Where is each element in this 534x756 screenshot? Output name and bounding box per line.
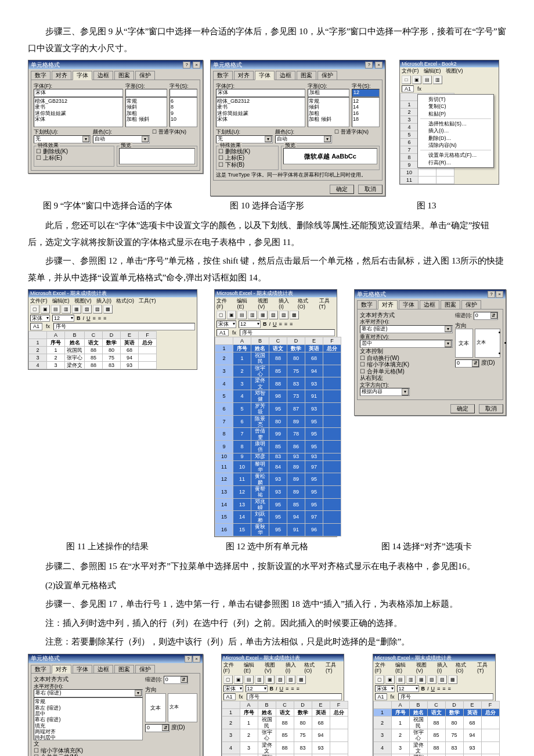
corner[interactable] bbox=[215, 337, 233, 345]
row-head[interactable]: 12 bbox=[215, 473, 233, 486]
bold-button[interactable]: B bbox=[263, 321, 267, 327]
menu-item[interactable]: 编辑(E) bbox=[244, 662, 260, 674]
col-head[interactable]: C bbox=[85, 331, 103, 339]
cell[interactable] bbox=[139, 354, 157, 361]
cell[interactable]: 11 bbox=[233, 473, 251, 486]
cell[interactable]: 数学 bbox=[294, 709, 312, 717]
cell[interactable]: 94 bbox=[305, 365, 323, 377]
list-item[interactable]: 隶书 bbox=[217, 104, 304, 110]
cancel-button[interactable]: 取消 bbox=[479, 404, 503, 413]
tab-边框[interactable]: 边框 bbox=[420, 300, 439, 309]
cell[interactable]: 75 bbox=[294, 729, 312, 742]
row-head[interactable]: 2 bbox=[373, 717, 391, 729]
cell[interactable] bbox=[323, 453, 341, 460]
cell[interactable] bbox=[139, 361, 157, 369]
cell[interactable]: 88 bbox=[85, 361, 103, 369]
cell[interactable]: 96 bbox=[305, 524, 323, 537]
cell[interactable] bbox=[323, 352, 341, 365]
row-head[interactable]: 3 bbox=[222, 729, 240, 742]
italic-button[interactable]: I bbox=[276, 686, 277, 692]
toolbar-icon[interactable]: ▨ bbox=[438, 675, 447, 684]
col-head[interactable]: D bbox=[294, 701, 312, 709]
cell[interactable]: 数学 bbox=[287, 345, 305, 352]
cell[interactable]: 87 bbox=[287, 402, 305, 415]
cell[interactable]: 95 bbox=[305, 498, 323, 511]
menu-item[interactable]: 工具(T) bbox=[139, 298, 156, 304]
corner[interactable] bbox=[373, 701, 391, 709]
menu-item[interactable]: 工具(T) bbox=[319, 298, 335, 310]
cell[interactable]: 康明倍 bbox=[251, 440, 269, 453]
list-item[interactable]: 靠左 (缩进) bbox=[35, 705, 142, 711]
cell[interactable] bbox=[330, 717, 348, 729]
col-head[interactable]: A bbox=[233, 337, 251, 345]
row-head[interactable]: 1 bbox=[373, 709, 391, 717]
tab-图案[interactable]: 图案 bbox=[114, 665, 134, 674]
bold-button[interactable]: B bbox=[77, 315, 81, 321]
col-head[interactable]: A bbox=[391, 701, 409, 709]
row-head[interactable]: 2 bbox=[29, 346, 47, 354]
cell[interactable]: 3 bbox=[391, 741, 409, 754]
cell[interactable]: 93 bbox=[463, 741, 481, 754]
row-head[interactable]: 16 bbox=[215, 524, 233, 537]
cell[interactable]: 语文 bbox=[276, 709, 294, 717]
tab-图案[interactable]: 图案 bbox=[297, 71, 316, 80]
ctx-item[interactable]: 设置单元格格式(F)… bbox=[418, 152, 493, 159]
list-item[interactable]: 加粗 bbox=[127, 110, 166, 116]
cell[interactable]: 英语 bbox=[463, 709, 481, 717]
strike-check[interactable]: 删除线(K) bbox=[36, 148, 112, 155]
cell[interactable]: 98 bbox=[269, 390, 287, 403]
cell[interactable]: 95 bbox=[305, 440, 323, 453]
menu-item[interactable]: 编辑(E) bbox=[424, 68, 441, 74]
cell[interactable]: 3 bbox=[47, 361, 65, 369]
sheet[interactable]: ABCDEF1序号姓名语文数学英语总分21祝国民88806832张宇心85759… bbox=[222, 701, 348, 756]
ctx-item[interactable]: 复制(C) bbox=[418, 103, 493, 110]
tab-对齐[interactable]: 对齐 bbox=[52, 665, 71, 674]
cell[interactable]: 梁佟文 bbox=[251, 377, 269, 390]
bold-button[interactable]: B bbox=[421, 686, 425, 692]
cell[interactable]: 93 bbox=[305, 377, 323, 390]
underline-button[interactable]: U bbox=[86, 315, 91, 321]
toolbar-icon[interactable]: ▦ bbox=[258, 311, 268, 319]
fontsize-dd[interactable]: 12 bbox=[246, 685, 268, 692]
super-check[interactable]: 上标(E) bbox=[218, 154, 276, 161]
close-icon[interactable]: × bbox=[496, 291, 503, 298]
toolbar-icon[interactable]: ▧ bbox=[82, 305, 92, 314]
cell[interactable]: 85 bbox=[269, 365, 287, 377]
cell[interactable] bbox=[323, 402, 341, 415]
cell[interactable]: 2 bbox=[240, 729, 258, 742]
list-item[interactable]: 10 bbox=[171, 116, 196, 122]
cell[interactable]: 68 bbox=[305, 352, 323, 365]
cell[interactable]: 12 bbox=[233, 485, 251, 498]
style-input[interactable]: 加粗 bbox=[308, 89, 349, 97]
row-head[interactable]: 1 bbox=[29, 339, 47, 346]
halign-options[interactable]: 常规靠左 (缩进)居中靠右 (缩进)填充两端对齐跨列居中 bbox=[34, 697, 143, 740]
ctx-item[interactable]: 插入(I)… bbox=[418, 127, 493, 134]
menu-item[interactable]: 视图(V) bbox=[416, 662, 432, 674]
cell[interactable]: 80 bbox=[103, 346, 121, 354]
list-item[interactable]: 加粗 倾斜 bbox=[127, 116, 166, 122]
cell[interactable]: 数学 bbox=[445, 709, 463, 717]
fontsize-dd[interactable]: 12 bbox=[239, 321, 261, 327]
tab-数字[interactable]: 数字 bbox=[357, 300, 377, 309]
merge-check[interactable]: 合并单元格(M) bbox=[360, 368, 453, 375]
cell[interactable] bbox=[330, 741, 348, 754]
row-head[interactable]: 3 bbox=[29, 354, 47, 361]
cell[interactable]: 93 bbox=[121, 361, 139, 369]
indent-spin[interactable]: 0 bbox=[164, 676, 188, 684]
row-head[interactable]: 14 bbox=[215, 498, 233, 511]
cell[interactable]: 95 bbox=[269, 524, 287, 537]
cell[interactable]: 张宇心 bbox=[65, 354, 85, 361]
fontname-dd[interactable]: 宋体 bbox=[375, 685, 395, 692]
cell[interactable]: 89 bbox=[287, 415, 305, 428]
cell[interactable]: 祝国民 bbox=[258, 717, 276, 729]
menu-item[interactable]: 工具(T) bbox=[477, 662, 493, 674]
cell[interactable]: 陈景亮 bbox=[251, 415, 269, 428]
cell[interactable]: 黎明华 bbox=[251, 460, 269, 473]
deg-spin[interactable]: 0 bbox=[145, 724, 169, 732]
cell[interactable] bbox=[323, 485, 341, 498]
menu-item[interactable]: 格式(O) bbox=[456, 662, 472, 674]
cell[interactable]: 95 bbox=[269, 402, 287, 415]
cell[interactable] bbox=[323, 498, 341, 511]
col-head[interactable]: E bbox=[312, 701, 330, 709]
cell[interactable] bbox=[323, 390, 341, 403]
